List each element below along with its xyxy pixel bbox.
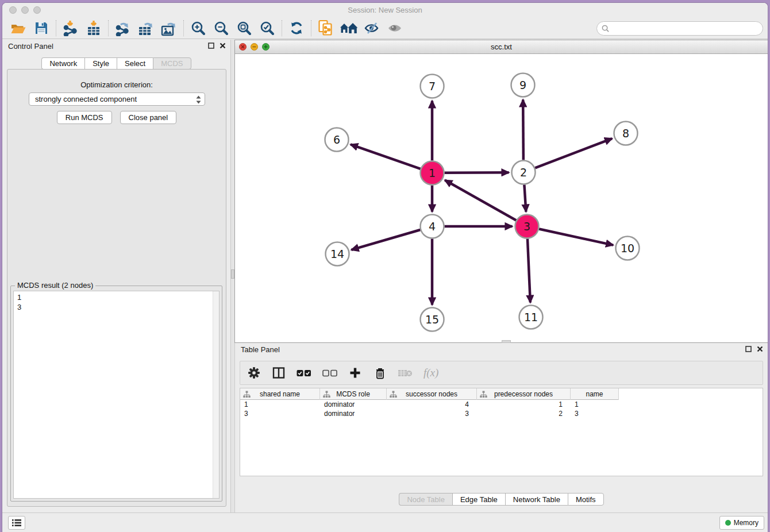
import-table-button[interactable] [82,19,105,37]
table-cell[interactable]: 1 [571,400,619,409]
network-graph: 7968124314101511 [235,54,768,342]
control-panel: Control Panel NetworkStyleSelectMCDS Opt… [2,40,230,512]
edge-2-3[interactable] [524,184,526,211]
tab-network-table[interactable]: Network Table [505,493,568,506]
table-cell[interactable]: 3 [387,409,477,418]
table-cell[interactable]: dominator [320,409,387,418]
tab-node-table[interactable]: Node Table [399,493,452,506]
run-mcds-button[interactable]: Run MCDS [57,111,112,124]
window-titlebar: Session: New Session [2,3,768,18]
column-header-name[interactable]: name [571,388,619,400]
table-row[interactable]: 1dominator411 [240,400,763,409]
column-header-MCDS-role[interactable]: MCDS role [320,388,387,400]
import-network-button[interactable] [59,19,82,37]
maximize-window-button[interactable] [33,6,41,14]
memory-status-icon [725,520,731,526]
search-field[interactable] [596,21,763,36]
node-4[interactable]: 4 [421,215,444,238]
delete-columns-button[interactable] [373,364,387,381]
table-row[interactable]: 3dominator323 [240,409,763,418]
home-button[interactable] [337,19,360,37]
search-input[interactable] [612,24,758,33]
edge-3-1[interactable] [445,180,516,221]
tab-network[interactable]: Network [41,57,84,70]
edge-3-10[interactable] [539,229,613,245]
edge-4-14[interactable] [351,230,420,250]
minimize-network-icon[interactable] [251,43,258,51]
copy-network-style-button[interactable] [314,19,337,37]
zoom-out-button[interactable] [210,19,233,37]
edge-1-6[interactable] [351,144,421,168]
close-panel-button[interactable]: Close panel [120,111,177,124]
result-scrollbar[interactable] [213,291,219,498]
network-canvas[interactable]: 7968124314101511 [235,54,768,342]
maximize-network-icon[interactable] [262,43,270,51]
table-cell[interactable]: 1 [477,400,571,409]
network-title: scc.txt [235,40,768,54]
export-network-button[interactable] [111,19,134,37]
close-network-icon[interactable] [239,43,247,51]
node-11[interactable]: 11 [519,306,543,329]
memory-button[interactable]: Memory [719,516,764,530]
edge-2-9[interactable] [523,99,523,160]
vertical-splitter[interactable] [230,40,234,512]
node-table[interactable]: shared nameMCDS rolesuccessor nodesprede… [240,388,763,476]
zoom-in-button[interactable] [187,19,210,37]
node-7[interactable]: 7 [421,75,444,98]
table-cell[interactable]: 4 [387,400,477,409]
tab-edge-table[interactable]: Edge Table [452,493,505,506]
unselect-all-columns-button[interactable] [322,364,337,381]
close-window-button[interactable] [9,6,17,14]
eye-slash-icon [364,21,380,35]
tab-mcds[interactable]: MCDS [153,57,191,70]
node-14[interactable]: 14 [326,242,349,266]
float-panel-icon[interactable] [745,346,752,352]
app-window: Session: New Session [2,2,768,532]
criterion-select[interactable]: strongly connected component [29,92,205,106]
svg-text:15: 15 [425,313,439,326]
table-cell[interactable]: 1 [240,400,320,409]
export-image-button[interactable] [157,19,180,37]
edge-2-8[interactable] [535,138,612,168]
node-10[interactable]: 10 [616,237,640,260]
node-6[interactable]: 6 [325,128,349,152]
show-all-button[interactable] [383,19,406,37]
show-columns-button[interactable] [272,364,286,381]
refresh-button[interactable] [285,19,308,37]
toolbar-separator [311,20,311,36]
close-panel-icon[interactable] [220,43,226,49]
table-cell[interactable]: 3 [240,409,320,418]
export-table-button[interactable] [134,19,157,37]
zoom-selected-button[interactable] [256,19,279,37]
save-session-button[interactable] [30,19,53,37]
zoom-fit-button[interactable] [233,19,256,37]
tab-select[interactable]: Select [117,57,153,70]
minimize-window-button[interactable] [21,6,29,14]
node-8[interactable]: 8 [614,122,638,145]
select-all-columns-button[interactable] [297,364,311,381]
node-3[interactable]: 3 [515,215,539,238]
hide-selected-button[interactable] [360,19,383,37]
add-column-button[interactable] [348,364,362,381]
open-session-button[interactable] [7,19,30,37]
node-9[interactable]: 9 [511,74,535,97]
column-header-shared-name[interactable]: shared name [240,388,320,400]
node-1[interactable]: 1 [421,161,444,185]
edge-3-11[interactable] [528,238,530,302]
node-2[interactable]: 2 [512,161,536,184]
task-history-button[interactable] [8,516,25,530]
close-panel-icon[interactable] [757,346,763,352]
splitter-grip[interactable] [231,269,234,279]
tab-motifs[interactable]: Motifs [568,493,604,506]
tab-style[interactable]: Style [84,57,117,70]
table-cell[interactable]: 3 [571,409,619,418]
column-header-predecessor-nodes[interactable]: predecessor nodes [477,388,571,400]
column-header-successor-nodes[interactable]: successor nodes [387,388,477,400]
table-cell[interactable]: 2 [477,409,571,418]
node-15[interactable]: 15 [421,308,444,331]
table-cell[interactable]: dominator [320,400,387,409]
float-panel-icon[interactable] [208,43,214,49]
table-options-button[interactable] [247,364,261,381]
mcds-result-area[interactable]: 1 3 [13,291,220,499]
edge-1-2[interactable] [444,172,509,173]
